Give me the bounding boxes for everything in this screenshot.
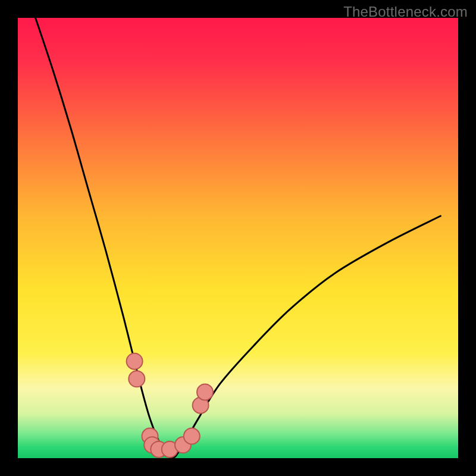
plot-area bbox=[18, 18, 458, 458]
chart-frame: TheBottleneck.com bbox=[0, 0, 476, 476]
data-marker bbox=[129, 371, 145, 387]
marker-group bbox=[127, 353, 213, 458]
curve-layer bbox=[18, 18, 458, 458]
data-marker bbox=[197, 384, 213, 400]
data-marker bbox=[184, 428, 200, 444]
watermark-text: TheBottleneck.com bbox=[343, 4, 468, 20]
data-marker bbox=[127, 353, 143, 369]
bottleneck-curve bbox=[36, 18, 441, 458]
